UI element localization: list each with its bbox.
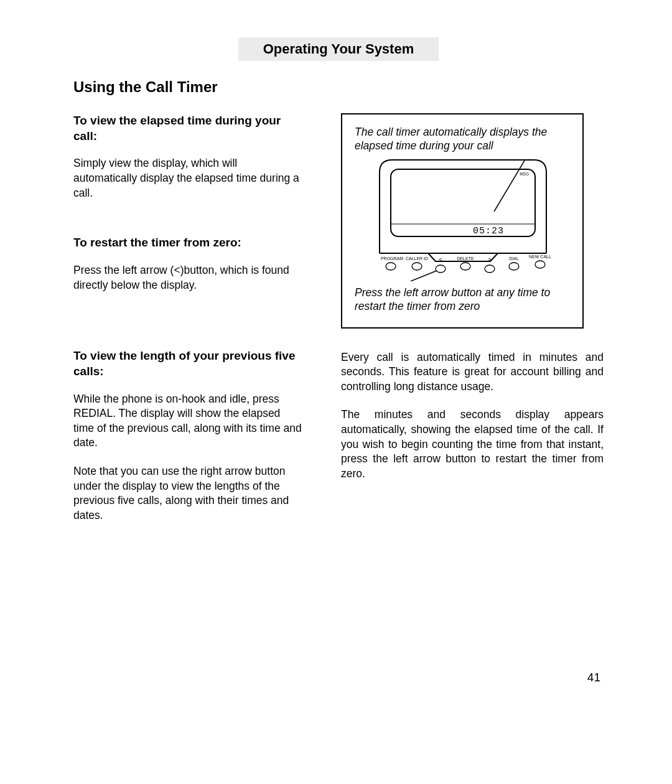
button-caller-id[interactable] [412,263,422,270]
svg-line-2 [494,161,525,212]
timer-readout: 05:23 [473,226,504,236]
figure-box: The call timer automatically displays th… [341,113,584,329]
button-label-program: PROGRAM [381,256,403,261]
page-number: 41 [587,671,600,684]
button-label-left-arrow: < [439,256,442,263]
button-label-dial: DIAL [509,256,519,261]
device-illustration: MSG 05:23 PROGRAM CALLER ID [355,157,571,281]
button-label-right-arrow: > [488,256,491,263]
button-left-arrow[interactable] [436,265,446,273]
button-new-call[interactable] [535,261,545,268]
paragraph: Press the left arrow (<)button, which is… [73,263,304,292]
figure-caption-top: The call timer automatically displays th… [355,126,570,153]
paragraph: Note that you can use the right arrow bu… [73,464,304,523]
subhead-restart-timer: To restart the timer from zero: [73,235,304,251]
right-column: The call timer automatically displays th… [341,113,604,537]
subhead-previous-calls: To view the length of your previous five… [73,348,304,379]
paragraph: While the phone is on-hook and idle, pre… [73,392,304,451]
button-right-arrow[interactable] [485,265,495,273]
button-dial[interactable] [509,263,519,270]
button-program[interactable] [386,263,396,270]
msg-label: MSG [520,172,529,176]
subhead-view-elapsed: To view the elapsed time during your cal… [73,113,304,144]
button-label-delete: DELETE [457,256,474,261]
left-column: To view the elapsed time during your cal… [73,113,304,537]
svg-line-4 [411,271,437,281]
section-title: Using the Call Timer [73,78,604,96]
paragraph: Simply view the display, which will auto… [73,156,304,200]
paragraph: Every call is automatically timed in min… [341,350,604,394]
button-delete[interactable] [460,263,470,270]
figure-caption-bottom: Press the left arrow button at any time … [355,286,570,314]
button-label-callerid: CALLER ID [406,256,428,261]
button-label-newcall: NEW CALL [529,254,551,259]
page-banner: Operating Your System [238,37,439,61]
paragraph: The minutes and seconds display appears … [341,408,604,481]
